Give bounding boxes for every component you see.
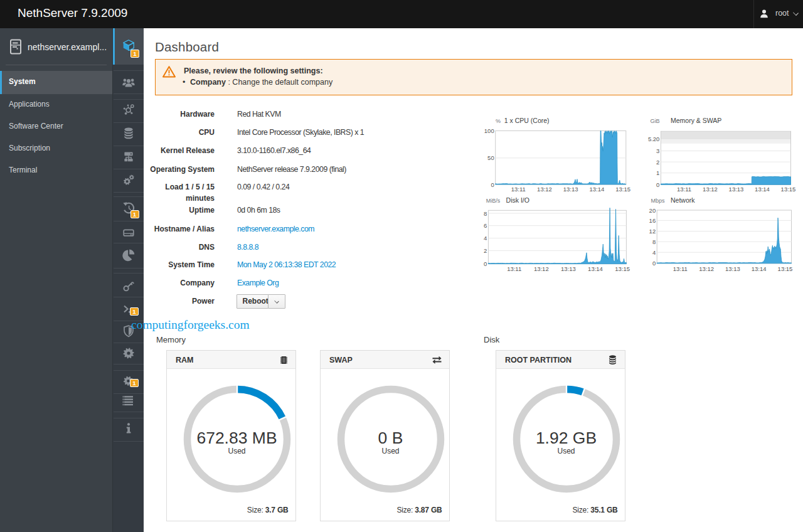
svg-text:GiB: GiB: [651, 118, 660, 124]
svg-text:13:12: 13:12: [699, 265, 714, 272]
svg-text:13:13: 13:13: [563, 186, 578, 193]
svg-text:13:11: 13:11: [677, 186, 691, 193]
svg-text:13:14: 13:14: [590, 186, 605, 193]
svg-text:%: %: [496, 118, 501, 124]
svg-text:13:12: 13:12: [703, 186, 718, 193]
svg-text:50: 50: [487, 154, 494, 161]
svg-text:13:15: 13:15: [778, 265, 793, 272]
svg-text:1 x CPU (Core): 1 x CPU (Core): [504, 117, 550, 124]
svg-text:16: 16: [649, 217, 656, 224]
svg-text:13:13: 13:13: [561, 265, 576, 272]
svg-text:8: 8: [652, 238, 656, 245]
svg-text:0: 0: [491, 181, 494, 188]
svg-text:Memory & SWAP: Memory & SWAP: [671, 117, 721, 124]
svg-text:13:15: 13:15: [615, 265, 630, 272]
svg-text:13:14: 13:14: [752, 265, 767, 272]
svg-text:12: 12: [649, 228, 656, 235]
svg-text:4: 4: [652, 249, 656, 256]
svg-text:13:12: 13:12: [534, 265, 549, 272]
svg-text:Disk I/O: Disk I/O: [506, 196, 529, 204]
svg-text:13:11: 13:11: [511, 186, 526, 193]
svg-text:Mbps: Mbps: [651, 198, 665, 204]
svg-text:2: 2: [484, 247, 487, 254]
svg-text:1: 1: [656, 169, 659, 176]
svg-text:0: 0: [484, 260, 487, 267]
svg-text:13:12: 13:12: [537, 186, 552, 193]
svg-text:6: 6: [484, 222, 487, 229]
svg-text:2: 2: [656, 159, 659, 166]
svg-text:0: 0: [656, 181, 659, 188]
svg-text:13:11: 13:11: [673, 265, 688, 272]
svg-text:13:15: 13:15: [781, 186, 796, 193]
svg-text:13:14: 13:14: [588, 265, 603, 272]
svg-text:13:11: 13:11: [507, 265, 521, 272]
svg-text:4: 4: [484, 235, 487, 242]
svg-text:100: 100: [484, 127, 494, 134]
svg-text:5.20: 5.20: [648, 136, 660, 142]
svg-text:3: 3: [656, 147, 659, 154]
svg-text:13:15: 13:15: [615, 186, 630, 193]
svg-text:13:13: 13:13: [725, 265, 740, 272]
svg-text:Network: Network: [671, 196, 695, 204]
svg-text:20: 20: [649, 207, 656, 214]
svg-text:MiB/s: MiB/s: [486, 198, 501, 204]
svg-text:13:13: 13:13: [729, 186, 744, 193]
svg-text:0: 0: [652, 260, 656, 267]
svg-text:8: 8: [484, 210, 487, 217]
svg-text:13:14: 13:14: [755, 186, 770, 193]
